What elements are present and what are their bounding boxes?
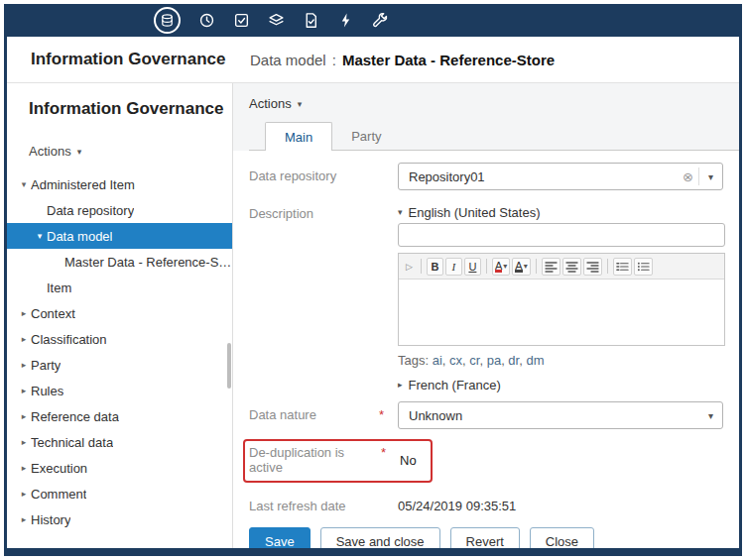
align-left-icon[interactable]	[542, 258, 560, 276]
tree-item-reference-data[interactable]: ▸Reference data	[7, 403, 232, 429]
chevron-down-icon[interactable]: ▾	[33, 231, 47, 241]
tree-item-label: Data model	[47, 229, 112, 244]
chevron-down-icon: ▾	[398, 207, 403, 217]
tree-item-rules[interactable]: ▸Rules	[7, 378, 232, 403]
tree-item-label: Rules	[31, 384, 63, 398]
app-title: Information Governance	[7, 50, 234, 69]
chevron-down-icon[interactable]: ▾	[17, 179, 31, 189]
editor-expand-icon[interactable]: ▷	[403, 262, 416, 272]
tree-item-technical-data[interactable]: ▸Technical data	[7, 429, 232, 455]
save-and-close-button[interactable]: Save and close	[320, 527, 440, 548]
chevron-right-icon[interactable]: ▸	[17, 489, 31, 499]
clear-icon[interactable]: ⊗	[678, 169, 698, 184]
lightning-icon[interactable]	[336, 12, 354, 30]
tree-item-label: Reference data	[31, 409, 119, 424]
tags-row: Tags: ai, cx, cr, pa, dr, dm	[398, 353, 725, 371]
tag-link-dr[interactable]: dr	[508, 353, 519, 368]
tag-link-ai[interactable]: ai	[433, 353, 442, 368]
sidebar-scrollbar-thumb[interactable]	[227, 343, 231, 389]
data-repository-combobox[interactable]: Repository01 ⊗ ▾	[398, 163, 723, 190]
tree-item-data-model[interactable]: ▾Data model	[7, 223, 232, 249]
font-color-button[interactable]: A▾	[492, 258, 510, 276]
sidebar-tree: ▾Administered ItemData repository▾Data m…	[7, 171, 232, 532]
tab-party[interactable]: Party	[332, 122, 400, 150]
tree-item-history[interactable]: ▸History	[7, 506, 232, 532]
close-button[interactable]: Close	[530, 527, 594, 548]
tree-item-label: Technical data	[31, 435, 113, 450]
bold-button[interactable]: B	[427, 258, 443, 276]
tree-item-execution[interactable]: ▸Execution	[7, 455, 232, 481]
description-label: Description	[249, 206, 313, 392]
data-repository-value: Repository01	[399, 169, 678, 184]
description-title-input[interactable]	[398, 223, 725, 247]
tag-link-dm[interactable]: dm	[526, 353, 544, 368]
tree-item-item[interactable]: Item	[7, 275, 232, 300]
annotation-highlight: De-duplication is active * No	[243, 439, 433, 483]
tree-item-comment[interactable]: ▸Comment	[7, 481, 232, 506]
chevron-right-icon[interactable]: ▸	[17, 514, 31, 524]
main-top-strip: Actions ▾ MainParty	[233, 83, 739, 151]
ordered-list-icon[interactable]	[613, 258, 632, 276]
last-refresh-label: Last refresh date	[249, 499, 346, 513]
chevron-right-icon[interactable]: ▸	[17, 437, 31, 447]
tree-item-label: Classification	[31, 332, 107, 347]
chevron-right-icon[interactable]: ▸	[17, 411, 31, 421]
tags-list: ai, cx, cr, pa, dr, dm	[433, 353, 545, 368]
locale-french-toggle[interactable]: ▸ French (France)	[398, 374, 725, 392]
align-center-icon[interactable]	[562, 258, 581, 276]
sidebar-actions-label: Actions	[29, 144, 71, 159]
clock-icon[interactable]	[197, 12, 215, 30]
sidebar-actions-button[interactable]: Actions ▾	[29, 144, 81, 159]
tree-item-label: Execution	[31, 461, 87, 476]
chevron-right-icon[interactable]: ▸	[17, 334, 31, 344]
chevron-down-icon: ▾	[503, 262, 507, 271]
required-asterisk: *	[381, 445, 386, 475]
task-check-icon[interactable]	[232, 12, 250, 30]
save-button[interactable]: Save	[249, 527, 311, 548]
revert-button[interactable]: Revert	[450, 527, 520, 548]
field-row-description: Description ▾ English (United States) ▷	[249, 200, 723, 392]
align-right-icon[interactable]	[583, 258, 602, 276]
tree-item-administered-item[interactable]: ▾Administered Item	[7, 171, 232, 197]
highlight-color-button[interactable]: A▾	[512, 258, 530, 276]
underline-button[interactable]: U	[464, 258, 481, 276]
chevron-right-icon[interactable]: ▸	[17, 360, 31, 370]
page-title-name: Master Data - Reference-Store	[342, 52, 555, 68]
italic-button[interactable]: I	[445, 258, 462, 276]
tree-item-context[interactable]: ▸Context	[7, 300, 232, 326]
tree-item-data-repository[interactable]: Data repository	[7, 197, 232, 223]
bullet-list-icon[interactable]	[634, 258, 653, 276]
field-row-data-repository: Data repository Repository01 ⊗ ▾	[249, 163, 723, 190]
data-nature-select[interactable]: Unknown ▾	[398, 401, 723, 429]
chevron-right-icon[interactable]: ▸	[17, 308, 31, 318]
chevron-down-icon[interactable]: ▾	[699, 410, 722, 421]
database-icon[interactable]	[154, 7, 181, 34]
main-actions-button[interactable]: Actions ▾	[249, 96, 302, 111]
main-actions-label: Actions	[249, 96, 292, 111]
chevron-down-icon[interactable]: ▾	[699, 171, 722, 182]
rich-text-area[interactable]	[399, 280, 724, 345]
document-check-icon[interactable]	[302, 12, 319, 30]
tree-item-classification[interactable]: ▸Classification	[7, 326, 232, 352]
page-title: Data model : Master Data - Reference-Sto…	[234, 52, 555, 68]
wrench-icon[interactable]	[371, 12, 389, 30]
toolbar-divider	[536, 259, 537, 274]
tag-link-cr[interactable]: cr	[469, 353, 479, 368]
data-repository-label: Data repository	[249, 168, 336, 190]
description-field: ▾ English (United States) ▷ B I	[398, 200, 725, 392]
layers-icon[interactable]	[267, 12, 285, 30]
locale-english-toggle[interactable]: ▾ English (United States)	[398, 200, 725, 220]
tab-main[interactable]: Main	[265, 122, 332, 151]
tree-item-party[interactable]: ▸Party	[7, 352, 232, 378]
field-row-deduplication: De-duplication is active * No	[249, 439, 723, 483]
tree-item-label: History	[31, 512, 70, 527]
chevron-right-icon[interactable]: ▸	[17, 463, 31, 473]
tag-link-pa[interactable]: pa	[487, 353, 501, 368]
editor-toolbar: ▷ B I U A▾ A▾	[399, 254, 724, 280]
chevron-right-icon[interactable]: ▸	[17, 386, 31, 395]
chevron-right-icon: ▸	[398, 380, 403, 390]
data-nature-label: Data nature	[249, 407, 316, 429]
tree-item-label: Comment	[31, 487, 86, 502]
tag-link-cx[interactable]: cx	[449, 353, 462, 368]
tree-item-master-data-reference-store[interactable]: Master Data - Reference-Store	[7, 249, 232, 275]
